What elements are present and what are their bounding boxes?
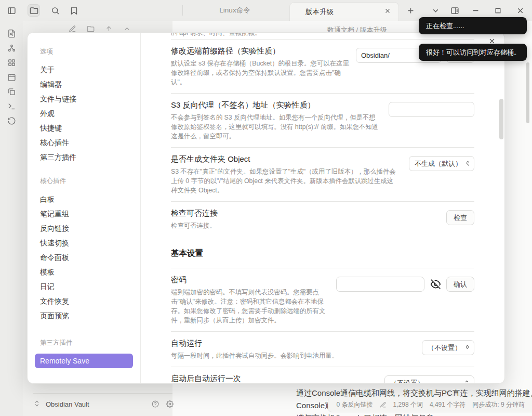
settings-nav: 选项 关于 编辑器 文件与链接 外观 快捷键 核心插件 第三方插件 核心插件 白… bbox=[28, 33, 141, 383]
tab-list-chevron-icon[interactable] bbox=[429, 4, 442, 17]
setting-desc: S3 不存在"真正"的文件夹。如果您设置了"生成"（或用了旧版本），那么插件会上… bbox=[171, 167, 400, 195]
chevrons-up-down-icon bbox=[464, 380, 470, 383]
setting-desc: 端到端加密的密码。不填写则代表没密码。您需要点击"确认"来修改。注意：密码和其它… bbox=[171, 288, 330, 325]
setting-title: 密码 bbox=[171, 275, 330, 285]
settings-modal: 选项 关于 编辑器 文件与链接 外观 快捷键 核心插件 第三方插件 核心插件 白… bbox=[27, 32, 505, 384]
edit-mode-pencil-icon[interactable] bbox=[380, 401, 387, 408]
search-icon[interactable] bbox=[49, 4, 61, 17]
setting-row-run-once: 启动后自动运行一次 本设置使得插件在程序启动后自动触发一次同步。修改后，会在下一… bbox=[171, 367, 474, 383]
help-icon[interactable] bbox=[152, 400, 159, 408]
chevrons-up-down-icon bbox=[33, 400, 41, 409]
setting-row-reverse-proxy: S3 反向代理（不签名）地址（实验性质） 不会参与到签名的 S3 反向代理地址。… bbox=[171, 94, 474, 148]
setting-row-check-connect: 检查可否连接 检查可否连接。 检查 bbox=[171, 202, 474, 237]
word-count[interactable]: 1,298 个词 bbox=[393, 400, 423, 409]
settings-content: 的 api 请求、时间、金额配额。 修改远端前缀路径（实验性质） 默认设定 s3… bbox=[141, 33, 504, 383]
setting-title: 自动运行 bbox=[171, 339, 416, 348]
setting-desc: 检查可否连接。 bbox=[171, 221, 440, 230]
select-value: （不设置） bbox=[428, 343, 461, 353]
folder-object-select[interactable]: 不生成（默认） bbox=[409, 156, 474, 171]
obsidian-window: 数通文档 / 版本升级 通过Console通信电缆和网线，将交换机与PC直连，实… bbox=[0, 0, 532, 416]
eye-off-icon[interactable] bbox=[429, 277, 442, 292]
toast-close-icon[interactable] bbox=[488, 37, 496, 45]
toast-checking: 正在检查...... bbox=[419, 17, 527, 34]
nav-item-hotkeys[interactable]: 快捷键 bbox=[35, 121, 133, 135]
nav-item-core-plugins[interactable]: 核心插件 bbox=[35, 135, 133, 150]
nav-item-page-preview[interactable]: 页面预览 bbox=[35, 308, 133, 323]
toast-text: 很好！可以访问到对应存储桶。 bbox=[426, 48, 521, 57]
select-value: 不生成（默认） bbox=[415, 159, 462, 168]
nav-item-quick-switcher[interactable]: 快速切换 bbox=[35, 236, 133, 250]
chevrons-up-down-icon bbox=[465, 160, 471, 167]
chevrons-up-down-icon bbox=[464, 344, 470, 351]
setting-desc: 默认设定 s3 保存在存储桶（Bucket）的根目录。您可以在这里修改路径前缀，… bbox=[171, 59, 350, 87]
status-bar: 0 条反向链接 1,298 个词 4,491 个字符 同步成功: 9 分钟前 bbox=[328, 397, 532, 412]
vault-name: Obsidian Vault bbox=[46, 400, 89, 408]
nav-item-remotely-save[interactable]: Remotely Save bbox=[35, 354, 133, 368]
explorer-footer-divider bbox=[33, 393, 172, 394]
nav-item-daily-notes[interactable]: 日记 bbox=[35, 279, 133, 294]
minimize-icon[interactable] bbox=[469, 4, 482, 17]
setting-title: 启动后自动运行一次 bbox=[171, 374, 378, 383]
check-connect-button[interactable]: 检查 bbox=[446, 210, 474, 225]
setting-title: 是否生成文件夹 Object bbox=[171, 154, 403, 164]
vault-switcher[interactable]: Obsidian Vault bbox=[33, 396, 174, 412]
nav-item-appearance[interactable]: 外观 bbox=[35, 106, 133, 121]
ribbon bbox=[0, 21, 23, 416]
nav-item-note-composer[interactable]: 笔记重组 bbox=[35, 206, 133, 221]
nav-item-command-palette[interactable]: 命令面板 bbox=[35, 250, 133, 265]
files-icon[interactable] bbox=[28, 4, 40, 17]
tab-version-upgrade[interactable]: 版本升级 bbox=[289, 2, 399, 21]
nav-item-community-plugins[interactable]: 第三方插件 bbox=[35, 150, 133, 164]
setting-row-folder-object: 是否生成文件夹 Object S3 不存在"真正"的文件夹。如果您设置了"生成"… bbox=[171, 148, 474, 202]
nav-header-core: 核心插件 bbox=[35, 177, 133, 186]
tab-label: Linux命令 bbox=[219, 6, 250, 15]
toast-success: 很好！可以访问到对应存储桶。 bbox=[419, 44, 527, 61]
password-input[interactable] bbox=[336, 277, 424, 292]
file-search-icon[interactable] bbox=[4, 26, 19, 41]
tab-linux-commands[interactable]: Linux命令 bbox=[183, 0, 287, 21]
nav-item-backlinks[interactable]: 反向链接 bbox=[35, 221, 133, 236]
terminal-icon[interactable] bbox=[4, 99, 19, 113]
right-sidebar-toggle-icon[interactable] bbox=[448, 4, 461, 17]
canvas-icon[interactable] bbox=[4, 55, 19, 70]
setting-title: S3 反向代理（不签名）地址（实验性质） bbox=[171, 100, 382, 110]
maximize-icon[interactable] bbox=[491, 4, 504, 17]
sidebar-toggle-icon[interactable] bbox=[5, 4, 18, 17]
setting-desc: 每隔一段时间，此插件尝试自动同步。会影响到电池用量。 bbox=[171, 351, 416, 360]
nav-item-templates[interactable]: 模板 bbox=[35, 265, 133, 279]
nav-header-community: 第三方插件 bbox=[35, 339, 133, 347]
setting-title: 检查可否连接 bbox=[171, 209, 440, 218]
sync-restore-icon[interactable] bbox=[4, 113, 19, 128]
select-value: （不设置） bbox=[390, 379, 461, 384]
nav-item-about[interactable]: 关于 bbox=[35, 62, 133, 77]
editor-scrollbar[interactable] bbox=[526, 62, 529, 123]
templates-icon[interactable] bbox=[4, 84, 19, 99]
sync-status[interactable]: 同步成功: 9 分钟前 bbox=[472, 400, 525, 409]
tab-label: 版本升级 bbox=[305, 7, 334, 17]
daily-note-calendar-icon[interactable] bbox=[4, 70, 19, 84]
setting-row-autorun: 自动运行 每隔一段时间，此插件尝试自动同步。会影响到电池用量。 （不设置） bbox=[171, 332, 474, 367]
setting-desc: 不会参与到签名的 S3 反向代理地址。如果您有一个反向代理，但是不想修改原始鉴权… bbox=[171, 113, 379, 141]
new-tab-icon[interactable] bbox=[404, 4, 417, 17]
nav-item-editor[interactable]: 编辑器 bbox=[35, 77, 133, 92]
nav-item-file-recovery[interactable]: 文件恢复 bbox=[35, 294, 133, 308]
backlinks-count[interactable]: 0 条反向链接 bbox=[337, 400, 373, 409]
bookmark-icon[interactable] bbox=[68, 4, 80, 17]
note-paragraph-line2: 缆与交换机Console口相连，网线与任意 bbox=[296, 412, 532, 416]
run-once-select[interactable]: （不设置） bbox=[384, 375, 474, 383]
nav-item-files-links[interactable]: 文件与链接 bbox=[35, 92, 133, 106]
settings-gear-icon[interactable] bbox=[166, 400, 174, 408]
setting-row-password: 密码 端到端加密的密码。不填写则代表没密码。您需要点击"确认"来修改。注意：密码… bbox=[171, 268, 474, 332]
graph-view-icon[interactable] bbox=[4, 41, 19, 55]
char-count[interactable]: 4,491 个字符 bbox=[430, 400, 466, 409]
reverse-proxy-input[interactable] bbox=[389, 102, 474, 117]
nav-header-options: 选项 bbox=[35, 47, 133, 56]
window-close-icon[interactable] bbox=[514, 4, 526, 17]
setting-title: 修改远端前缀路径（实验性质） bbox=[171, 46, 350, 56]
tab-close-icon[interactable] bbox=[384, 7, 391, 16]
settings-scrollbar[interactable] bbox=[499, 99, 503, 139]
password-confirm-button[interactable]: 确认 bbox=[446, 277, 474, 292]
section-heading-basic: 基本设置 bbox=[171, 248, 474, 268]
nav-item-canvas[interactable]: 白板 bbox=[35, 192, 133, 206]
autorun-select[interactable]: （不设置） bbox=[422, 340, 474, 355]
